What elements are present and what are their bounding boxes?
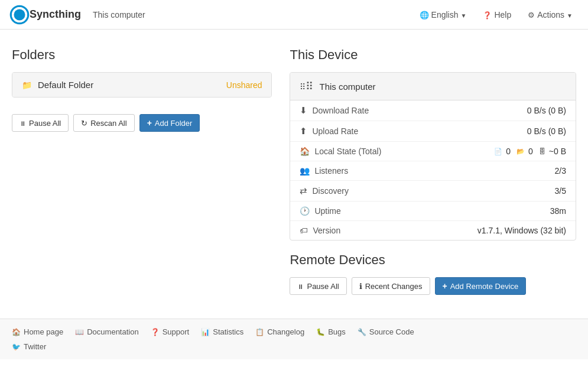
version-label-group: 🏷 Version <box>300 226 406 235</box>
actions-label: Actions <box>537 10 564 20</box>
add-folder-button[interactable]: Add Folder <box>139 114 200 132</box>
recent-changes-label: Recent Changes <box>365 282 423 291</box>
footer-docs-link[interactable]: Documentation <box>75 327 138 336</box>
pause-all-folders-button[interactable]: Pause All <box>12 114 69 132</box>
version-icon: 🏷 <box>300 226 308 235</box>
pause-all-remote-label: Pause All <box>307 282 339 291</box>
folder-card: Default Folder Unshared <box>12 72 272 98</box>
footer-source-link[interactable]: Source Code <box>358 327 414 336</box>
recent-changes-info-icon <box>359 282 362 291</box>
listeners-icon: 👥 <box>300 166 310 176</box>
footer-stats-icon <box>201 327 210 336</box>
upload-rate-label: Upload Rate <box>312 126 358 136</box>
brand-logo[interactable]: Syncthing <box>9 5 81 25</box>
uptime-label-group: 🕐 Uptime <box>300 206 406 216</box>
footer-twitter-row: Twitter <box>12 342 576 351</box>
main-content: Folders Default Folder Unshared Pause Al… <box>0 30 588 307</box>
local-size: ~0 B <box>549 147 566 156</box>
remote-devices-heading: Remote Devices <box>290 252 576 268</box>
footer-source-icon <box>358 327 366 336</box>
download-rate-row: ⬇ Download Rate 0 B/s (0 B) <box>290 100 576 121</box>
footer-support-link[interactable]: Support <box>151 327 190 336</box>
footer-bugs-label: Bugs <box>328 327 346 336</box>
local-state-value: 📄 0 📂 0 🗄 ~0 B <box>494 147 566 156</box>
footer-home-link[interactable]: Home page <box>12 327 63 336</box>
help-label: Help <box>494 10 511 20</box>
footer: Home page Documentation Support Statisti… <box>0 319 588 359</box>
device-card-header: ⠿ This computer <box>290 73 576 100</box>
actions-button[interactable]: Actions <box>522 7 579 23</box>
footer-source-label: Source Code <box>369 327 414 336</box>
local-db-icon: 🗄 <box>539 148 545 155</box>
download-rate-label: Download Rate <box>312 106 369 115</box>
pause-all-remote-button[interactable]: Pause All <box>290 277 346 295</box>
footer-changelog-label: Changelog <box>267 327 304 336</box>
discovery-label-group: ⇄ Discovery <box>300 186 406 196</box>
footer-changelog-link[interactable]: Changelog <box>255 327 304 336</box>
add-folder-label: Add Folder <box>155 119 193 128</box>
rescan-icon <box>81 119 87 128</box>
device-header-icon: ⠿ <box>300 80 313 93</box>
download-rate-label-group: ⬇ Download Rate <box>300 105 406 116</box>
footer-stats-label: Statistics <box>213 327 243 336</box>
add-remote-icon <box>443 281 447 291</box>
this-device-heading: This Device <box>290 47 576 63</box>
footer-twitter-icon <box>12 342 21 351</box>
folder-name: Default Folder <box>38 80 93 90</box>
footer-support-icon <box>151 327 160 336</box>
pause-all-label: Pause All <box>29 119 61 128</box>
navbar: Syncthing This computer English Help Act… <box>0 0 588 30</box>
navbar-right: English Help Actions <box>414 7 579 23</box>
upload-rate-label-group: ⬆ Upload Rate <box>300 126 406 137</box>
globe-icon <box>420 10 429 20</box>
folder-header: Default Folder Unshared <box>12 73 271 97</box>
help-icon <box>483 10 492 20</box>
footer-bugs-icon <box>316 327 325 336</box>
footer-stats-link[interactable]: Statistics <box>201 327 243 336</box>
folders-heading: Folders <box>12 47 272 63</box>
help-button[interactable]: Help <box>477 7 517 23</box>
local-files-icon: 📄 <box>494 148 502 155</box>
upload-icon: ⬆ <box>300 126 307 137</box>
listeners-label-group: 👥 Listeners <box>300 166 406 176</box>
download-icon: ⬇ <box>300 105 307 116</box>
local-folders-count: 0 <box>528 147 533 156</box>
uptime-icon: 🕐 <box>300 206 310 216</box>
local-folders-icon: 📂 <box>516 148 525 155</box>
folders-panel: Folders Default Folder Unshared Pause Al… <box>12 47 272 295</box>
uptime-row: 🕐 Uptime 38m <box>290 202 576 221</box>
footer-twitter-link[interactable]: Twitter <box>12 342 576 351</box>
folder-status: Unshared <box>226 80 262 90</box>
add-folder-icon <box>147 118 152 128</box>
local-state-row: 🏠 Local State (Total) 📄 0 📂 0 🗄 ~0 B <box>290 142 576 161</box>
footer-bugs-link[interactable]: Bugs <box>316 327 346 336</box>
this-device-card: ⠿ This computer ⬇ Download Rate 0 B/s (0… <box>290 72 576 241</box>
svg-point-2 <box>14 9 25 20</box>
recent-changes-button[interactable]: Recent Changes <box>352 277 430 295</box>
footer-twitter-label: Twitter <box>24 342 46 351</box>
download-rate-value: 0 B/s (0 B) <box>527 106 566 115</box>
footer-changelog-icon <box>255 327 264 336</box>
listeners-label: Listeners <box>314 166 348 176</box>
version-row: 🏷 Version v1.7.1, Windows (32 bit) <box>290 221 576 240</box>
uptime-label: Uptime <box>314 206 340 216</box>
footer-home-icon <box>12 327 21 336</box>
remote-devices-btn-row: Pause All Recent Changes Add Remote Devi… <box>290 277 576 295</box>
local-state-label: Local State (Total) <box>314 147 381 156</box>
language-label: English <box>431 10 459 20</box>
rescan-all-button[interactable]: Rescan All <box>73 114 134 132</box>
discovery-row: ⇄ Discovery 3/5 <box>290 181 576 202</box>
current-computer-label: This computer <box>93 10 145 20</box>
footer-home-label: Home page <box>24 327 63 336</box>
language-button[interactable]: English <box>414 7 473 23</box>
listeners-value: 2/3 <box>555 166 566 176</box>
folder-header-left: Default Folder <box>22 80 93 90</box>
language-caret <box>460 10 466 20</box>
add-remote-device-button[interactable]: Add Remote Device <box>435 277 527 295</box>
local-state-icon: 🏠 <box>300 147 310 156</box>
footer-docs-label: Documentation <box>87 327 138 336</box>
remote-devices-section: Remote Devices Pause All Recent Changes … <box>290 252 576 295</box>
version-value: v1.7.1, Windows (32 bit) <box>477 226 566 235</box>
discovery-icon: ⇄ <box>300 186 307 196</box>
actions-caret <box>567 10 573 20</box>
